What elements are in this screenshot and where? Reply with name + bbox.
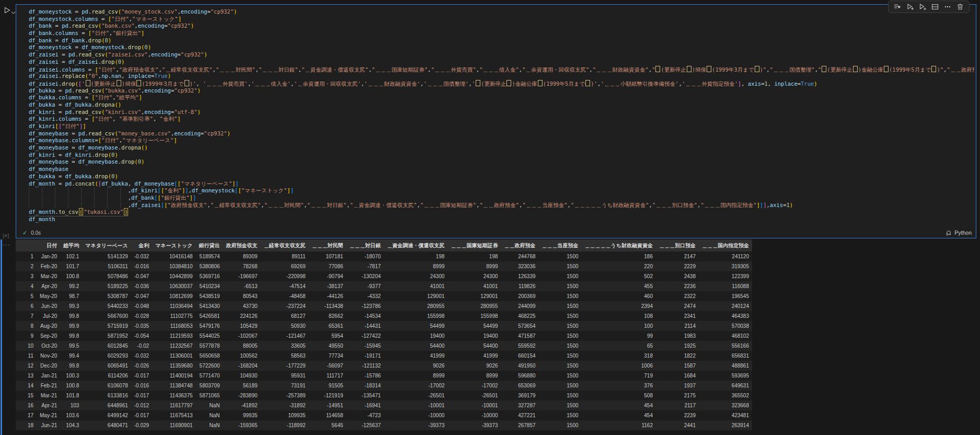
table-row: 8Aug-2099.95715919-0.0351116805354791761… (16, 321, 752, 331)
unicode-highlight-box-icon (117, 80, 121, 86)
code-line[interactable]: df_bukka = df_bukka.dropna() (29, 101, 974, 109)
code-token: df_bukka (101, 180, 128, 187)
code-token: ) (114, 173, 118, 179)
execute-above-button[interactable] (892, 2, 903, 12)
code-token: "＿＿＿国債整理" (770, 66, 815, 73)
delete-cell-button[interactable] (954, 2, 966, 12)
run-by-line-icon (918, 3, 927, 11)
code-token: '＿＿＿小額紙幣引換準備預金' (601, 81, 678, 87)
code-line[interactable]: df_moneybase = df_moneybase.drop(0) (29, 158, 974, 166)
code-line[interactable]: df_kinri = pd.read_csv("kinri.csv",encod… (29, 109, 974, 116)
unicode-highlight-box-icon (538, 80, 543, 86)
code-line[interactable]: df_bukka.columns = ["日付","総平均"] (29, 94, 974, 101)
code-line[interactable]: df_zaisei = pd.read_csv("zaisei.csv",enc… (29, 51, 974, 59)
code-token: "銀行貸出" (112, 30, 141, 36)
code-token: encoding (144, 109, 171, 115)
code-line[interactable]: ,df_kinri[["金利"]],df_moneystock[["マネーストッ… (29, 187, 974, 194)
run-options-chevron-button[interactable] (11, 8, 16, 12)
table-row: 2Feb-20101.75106311-0.016103848105380806… (16, 261, 752, 271)
table-cell: 508 (582, 391, 656, 400)
table-row: 4Apr-2099.25189225-0.036106300375410234-… (16, 281, 752, 291)
code-token: (更新停止 (827, 66, 852, 73)
output-more-actions-button[interactable]: ··· (2, 241, 11, 248)
chevron-down-icon (11, 11, 16, 15)
table-cell: 104930 (223, 371, 261, 381)
code-token: ] (139, 94, 142, 100)
table-cell: 454 (582, 410, 656, 420)
table-cell: 95931 (261, 371, 309, 381)
table-cell: -15786 (347, 371, 384, 381)
unicode-highlight-box-icon (506, 80, 511, 86)
table-cell: 54400 (448, 341, 501, 351)
code-token: df_moneybase (134, 180, 174, 187)
kernel-picker[interactable]: Python (954, 230, 972, 236)
code-token: df_zaisei (29, 73, 59, 79)
table-cell: 65361 (309, 321, 347, 331)
row-index-cell: 2 (16, 261, 37, 271)
table-cell: -4332 (347, 291, 384, 301)
code-line[interactable]: df_month = pd.concat([df_bukka, df_money… (29, 180, 974, 188)
code-line[interactable]: df_bukka = pd.read_csv("bukka.csv",encod… (29, 87, 974, 95)
table-cell: 491950 (501, 361, 539, 371)
code-token: = (68, 130, 78, 136)
table-cell: 468225 (501, 311, 539, 321)
code-line[interactable]: df_zaisei = df_zaisei.drop(0) (29, 59, 974, 66)
table-cell: -168204 (223, 361, 261, 371)
run-by-line-button[interactable] (917, 2, 928, 12)
code-token: )簡保 (122, 81, 136, 87)
code-line[interactable]: df_kinri[["日付"]] (29, 123, 974, 130)
table-cell: 468102 (699, 331, 752, 341)
unicode-highlight-box-icon (853, 66, 858, 72)
table-cell: 10416148 (152, 251, 195, 261)
table-cell: Jun-20 (37, 301, 60, 311)
code-line[interactable]: df_moneystock.columns = ["日付","マネーストック"] (29, 16, 974, 23)
table-cell: 573654 (501, 321, 539, 331)
table-cell: 241120 (699, 251, 752, 261)
execute-below-button[interactable] (904, 2, 916, 12)
code-line[interactable]: df_kinri.columns = ["日付", "基準割引率", "金利"] (29, 116, 974, 123)
code-line[interactable]: df_zaisei.columns = ["日付","政府預金収支","＿経常収… (29, 66, 974, 73)
code-line[interactable]: df_bank = df_bank.drop(0) (29, 37, 974, 44)
code-line[interactable]: df_moneystock = df_moneystock.drop(0) (29, 44, 974, 51)
code-line[interactable]: ,df_bank[["銀行貸出"]] (29, 194, 974, 202)
code-line[interactable]: df_moneybase = pd.read_csv("money_base.c… (29, 130, 974, 138)
code-token: "cp932" (174, 87, 197, 94)
table-cell: 2147 (656, 251, 699, 261)
code-line[interactable]: df_moneybase = df_moneybase.dropna() (29, 144, 974, 152)
table-cell: 107181 (309, 251, 347, 261)
table-cell: 1500 (539, 351, 582, 361)
column-header-cell: ＿＿＿別口預金 (656, 239, 699, 251)
code-token: pd (65, 87, 72, 94)
more-actions-button[interactable] (942, 2, 953, 12)
table-cell: -0.017 (131, 391, 152, 400)
code-token: "マネタリーベース" (122, 137, 174, 143)
code-line[interactable]: df_zaisei.drop(['(更新停止)簡保(1999年3月まで)', '… (29, 80, 974, 87)
run-cell-button[interactable] (3, 6, 11, 14)
code-line[interactable]: df_zaisei.replace("0",np.nan, inplace=Tr… (29, 73, 974, 80)
code-line[interactable]: df_bank = pd.read_csv("bank.csv",encodin… (29, 22, 974, 30)
column-header-cell: ＿経常収支収支尻 (261, 239, 309, 251)
code-token: encoding (151, 51, 178, 58)
code-line[interactable]: df_month (29, 216, 974, 223)
table-cell: 11690901 (152, 420, 195, 430)
code-line[interactable]: df_bukka = df_bukka.drop(0) (29, 173, 974, 180)
row-index-cell: 3 (16, 271, 37, 281)
table-cell: 111717 (309, 371, 347, 381)
code-line[interactable]: df_bank.columns = ["日付","銀行貸出"] (29, 30, 974, 37)
code-area[interactable]: df_moneystock = pd.read_csv("money_stock… (29, 8, 974, 226)
code-line[interactable]: df_moneybase (29, 166, 974, 173)
code-line[interactable]: df_moneystock = pd.read_csv("money_stock… (29, 8, 974, 16)
code-token: df_kinri (29, 123, 55, 129)
code-line[interactable]: df_kinri = df_kinri.drop(0) (29, 152, 974, 159)
delete-cell-icon (956, 3, 964, 11)
code-line[interactable]: df_month.to_csv("tukasi.csv") (29, 209, 974, 216)
table-cell: 1006 (582, 361, 656, 371)
split-cell-button[interactable] (929, 2, 941, 12)
code-token: drop (95, 173, 108, 179)
code-token: = (72, 8, 82, 15)
table-cell: 103 (60, 400, 82, 410)
notebook-cell[interactable]: df_moneystock = pd.read_csv("money_stock… (16, 4, 976, 238)
code-line[interactable]: ,df_zaisei[["政府預金収支","＿経常収支収支尻","＿＿＿対民間"… (29, 202, 974, 209)
table-cell: 99.9 (60, 321, 82, 331)
code-line[interactable]: df_moneybase.columns=["日付","マネタリーベース"] (29, 137, 974, 144)
